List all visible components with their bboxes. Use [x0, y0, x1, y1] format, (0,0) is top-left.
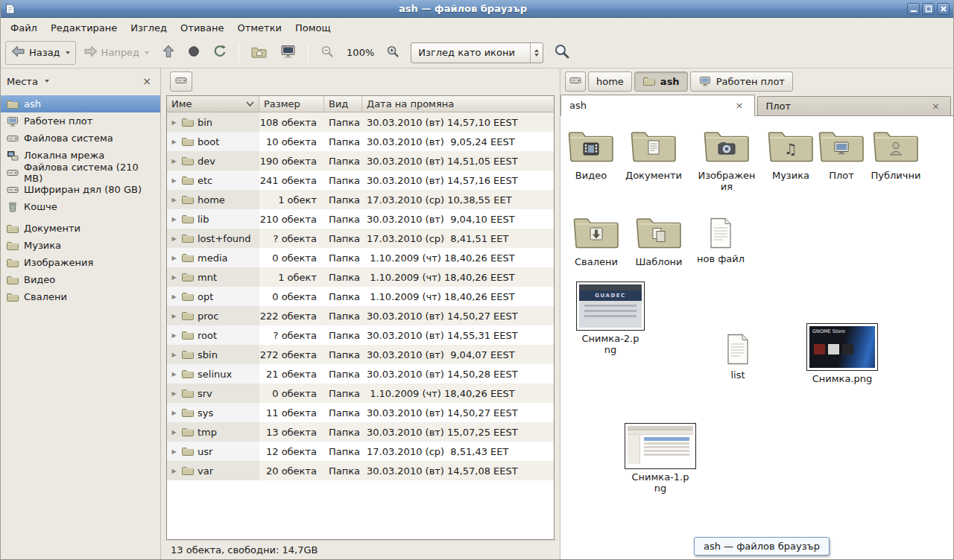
computer-button[interactable] [274, 41, 302, 65]
combo-spinner-icon[interactable] [530, 43, 543, 63]
expander-icon[interactable]: ▶ [170, 468, 178, 474]
expander-icon[interactable]: ▶ [170, 216, 178, 223]
tree-row[interactable]: ▶proc222 обектаПапка30.03.2010 (вт) 14,5… [167, 306, 554, 325]
minimize-button[interactable] [907, 3, 920, 15]
close-button[interactable] [937, 3, 950, 15]
file-icon-item[interactable]: нов файл [682, 217, 759, 264]
stop-button[interactable] [182, 41, 206, 65]
expander-icon[interactable]: ▶ [170, 177, 178, 184]
tree-row[interactable]: ▶usr12 обектаПапка17.03.2010 (ср) 8,51,4… [167, 442, 554, 461]
expander-icon[interactable]: ▶ [170, 371, 178, 378]
zoom-in-button[interactable] [380, 41, 406, 65]
menu-item[interactable]: Помощ [288, 19, 338, 36]
expander-icon[interactable]: ▶ [170, 313, 178, 319]
menu-item[interactable]: Редактиране [44, 19, 124, 36]
sidebar-selector-chevron-icon[interactable] [45, 80, 49, 83]
sidebar-item-label: Видео [24, 274, 55, 285]
tree-row[interactable]: ▶boot10 обектаПапка30.03.2010 (вт) 9,05,… [167, 132, 554, 151]
maximize-button[interactable] [922, 3, 935, 15]
view-mode-select[interactable]: Изглед като икони [411, 42, 543, 63]
sidebar-item[interactable]: Кошче [1, 198, 160, 215]
expander-icon[interactable]: ▶ [170, 158, 178, 165]
pathbar-root-button[interactable] [565, 71, 586, 92]
expander-icon[interactable]: ▶ [170, 274, 178, 281]
sidebar-item[interactable]: Свалени [1, 288, 160, 305]
tab[interactable]: Плот× [757, 96, 952, 115]
expander-icon[interactable]: ▶ [170, 139, 178, 145]
expander-icon[interactable]: ▶ [170, 197, 178, 203]
menu-item[interactable]: Изглед [124, 19, 174, 36]
home-button[interactable] [245, 41, 273, 65]
search-button[interactable] [548, 41, 576, 65]
tree-row[interactable]: ▶mnt1 обектПапка 1.10.2009 (чт) 18,40,26… [167, 267, 554, 287]
expander-icon[interactable]: ▶ [170, 332, 178, 339]
zoom-out-button[interactable] [315, 41, 341, 65]
expander-icon[interactable]: ▶ [170, 293, 178, 300]
tree-row[interactable]: ▶sys11 обектаПапка30.03.2010 (вт) 14,50,… [167, 403, 554, 422]
tree-row[interactable]: ▶root? обектаПапка30.03.2010 (вт) 14,55,… [167, 325, 554, 345]
expander-icon[interactable]: ▶ [170, 448, 178, 455]
expander-icon[interactable]: ▶ [170, 410, 178, 416]
sidebar-item[interactable]: Файлова система [1, 130, 160, 147]
file-icon-item[interactable]: GUADECСнимка-2.png [572, 281, 649, 355]
column-header[interactable]: Вид [324, 96, 362, 112]
titlebar[interactable]: ash — файлов браузър [1, 0, 953, 18]
tree-row[interactable]: ▶tmp13 обектаПапка30.03.2010 (вт) 15,07,… [167, 422, 554, 442]
tree-row[interactable]: ▶media0 обектаПапка 1.10.2009 (чт) 18,40… [167, 248, 554, 267]
path-button[interactable]: home [588, 71, 632, 92]
forward-button[interactable]: Напред [78, 41, 155, 65]
sidebar-item[interactable]: Изображения [1, 254, 160, 271]
icon-canvas[interactable]: ВидеоДокументиИзображения♫МузикаПлотПубл… [560, 116, 953, 559]
sidebar-item[interactable]: Работен плот [1, 112, 160, 130]
sidebar-title[interactable]: Места [7, 76, 38, 87]
expander-icon[interactable]: ▶ [170, 119, 178, 126]
sidebar-item[interactable]: Файлова система (210 MB) [1, 164, 160, 181]
file-icon-label: Видео [575, 170, 607, 181]
tab-close-icon[interactable]: × [929, 101, 942, 112]
tree-row[interactable]: ▶etc241 обектаПапка30.03.2010 (вт) 14,57… [167, 171, 554, 190]
up-button[interactable] [157, 41, 180, 65]
path-button[interactable]: ash [634, 71, 688, 92]
back-history-chevron-icon[interactable] [66, 51, 70, 54]
sidebar-item[interactable]: Шифриран дял (80 GB) [1, 181, 160, 198]
sidebar-close-button[interactable]: × [139, 74, 154, 88]
sidebar-item[interactable]: Музика [1, 237, 160, 254]
expander-icon[interactable]: ▶ [170, 235, 178, 242]
back-button[interactable]: Назад [5, 41, 76, 65]
tab[interactable]: ash× [560, 95, 755, 116]
file-icon-item[interactable]: Документи [615, 128, 692, 181]
sidebar-item[interactable]: ash [1, 95, 160, 112]
folder-icon [181, 388, 195, 398]
sidebar-item[interactable]: Видео [1, 271, 160, 288]
pathbar-root-button[interactable] [170, 71, 192, 92]
tree-row[interactable]: ▶sbin272 обектаПапка30.03.2010 (вт) 9,04… [167, 345, 554, 364]
column-header[interactable]: Дата на промяна [362, 96, 554, 112]
file-icon-item[interactable]: list [699, 334, 777, 381]
reload-button[interactable] [207, 41, 233, 65]
tree-row[interactable]: ▶lost+found? обектаПапка17.03.2010 (ср) … [167, 229, 554, 248]
column-header[interactable]: Име [167, 96, 259, 112]
expander-icon[interactable]: ▶ [170, 429, 178, 436]
file-icon-item[interactable]: Снимка-1.png [622, 423, 699, 494]
menu-item[interactable]: Отиване [174, 19, 230, 36]
path-button[interactable]: Работен плот [690, 71, 793, 92]
tree-row[interactable]: ▶srv0 обектаПапка 1.10.2009 (чт) 18,40,2… [167, 384, 554, 403]
tree-row[interactable]: ▶selinux21 обектаПапка30.03.2010 (вт) 14… [167, 364, 554, 384]
column-header[interactable]: Размер [259, 96, 324, 112]
file-icon-item[interactable]: Публични [857, 128, 935, 181]
expander-icon[interactable]: ▶ [170, 351, 178, 358]
tab-close-icon[interactable]: × [733, 100, 746, 111]
expander-icon[interactable]: ▶ [170, 255, 178, 261]
tree-row[interactable]: ▶home1 обектПапка17.03.2010 (ср) 10,38,5… [167, 190, 554, 209]
tree-row[interactable]: ▶bin108 обектаПапка30.03.2010 (вт) 14,57… [167, 112, 554, 132]
file-icon-item[interactable]: GNOME StoreСнимка.png [803, 323, 881, 384]
expander-icon[interactable]: ▶ [170, 390, 178, 397]
close-icon [940, 5, 947, 13]
tree-row[interactable]: ▶opt0 обектаПапка 1.10.2009 (чт) 18,40,2… [167, 287, 554, 306]
sidebar-item[interactable]: Документи [1, 220, 160, 237]
tree-row[interactable]: ▶dev190 обектаПапка30.03.2010 (вт) 14,51… [167, 151, 554, 171]
menu-item[interactable]: Файл [4, 19, 44, 36]
menu-item[interactable]: Отметки [230, 19, 288, 36]
tree-row[interactable]: ▶lib210 обектаПапка30.03.2010 (вт) 9,04,… [167, 209, 554, 229]
tree-row[interactable]: ▶var20 обектаПапка30.03.2010 (вт) 14,57,… [167, 461, 554, 480]
